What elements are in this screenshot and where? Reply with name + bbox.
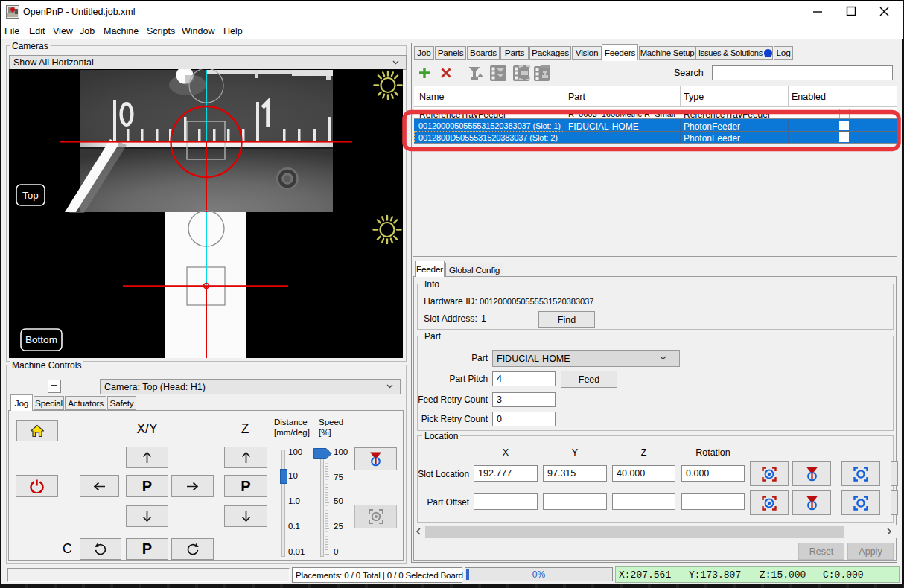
svg-text:Top: Top: [22, 190, 39, 201]
svg-text:Bottom: Bottom: [25, 334, 57, 345]
